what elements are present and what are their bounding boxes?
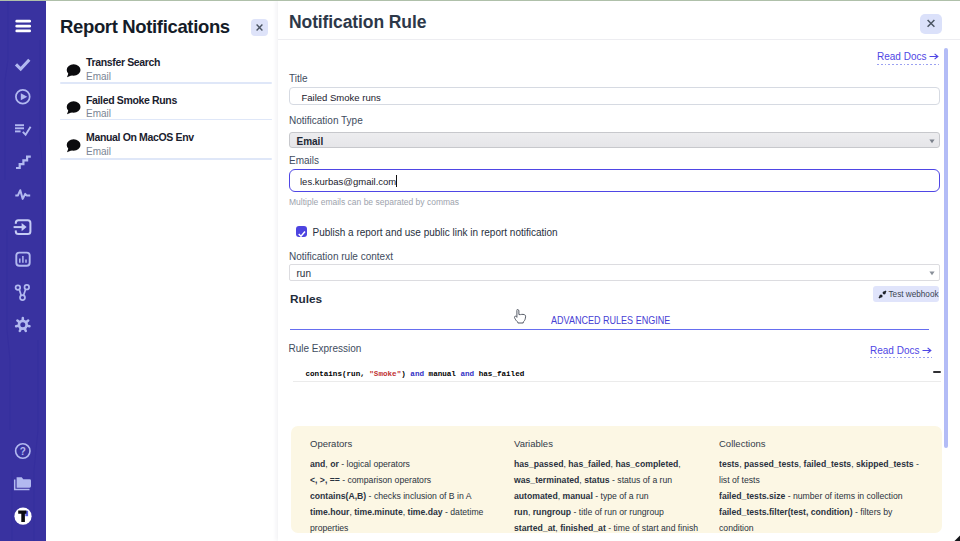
svg-text:?: ? [20,446,26,457]
